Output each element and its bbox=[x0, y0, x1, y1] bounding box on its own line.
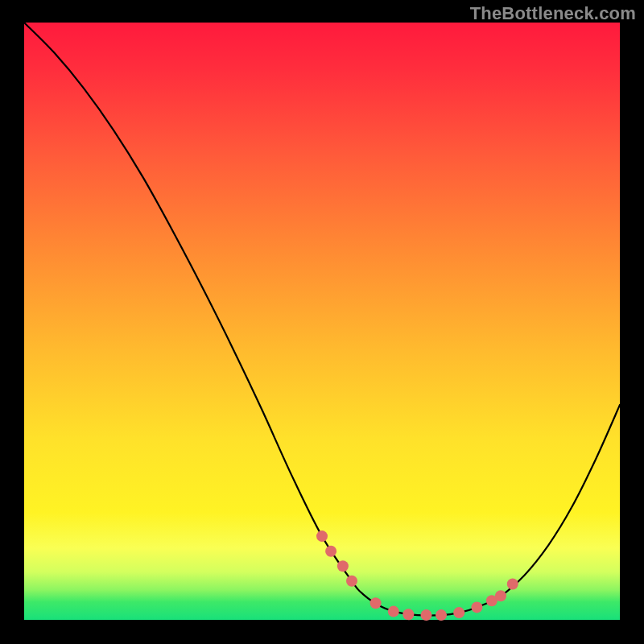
marker-dot bbox=[436, 609, 447, 621]
marker-dot bbox=[388, 606, 399, 617]
watermark-text: TheBottleneck.com bbox=[470, 3, 636, 24]
bottleneck-curve bbox=[24, 23, 620, 615]
marker-dot bbox=[346, 576, 357, 587]
marker-dot bbox=[337, 560, 349, 572]
highlighted-points bbox=[316, 530, 518, 621]
marker-dot bbox=[370, 597, 382, 609]
marker-dot bbox=[471, 601, 482, 613]
marker-dot bbox=[402, 609, 414, 620]
chart-svg bbox=[24, 23, 620, 620]
chart-frame: TheBottleneck.com bbox=[0, 0, 644, 644]
marker-dot bbox=[421, 609, 432, 621]
marker-dot bbox=[507, 579, 518, 590]
marker-dot bbox=[316, 530, 328, 542]
marker-dot bbox=[453, 607, 464, 618]
marker-dot bbox=[325, 546, 336, 557]
marker-dot bbox=[495, 590, 506, 601]
